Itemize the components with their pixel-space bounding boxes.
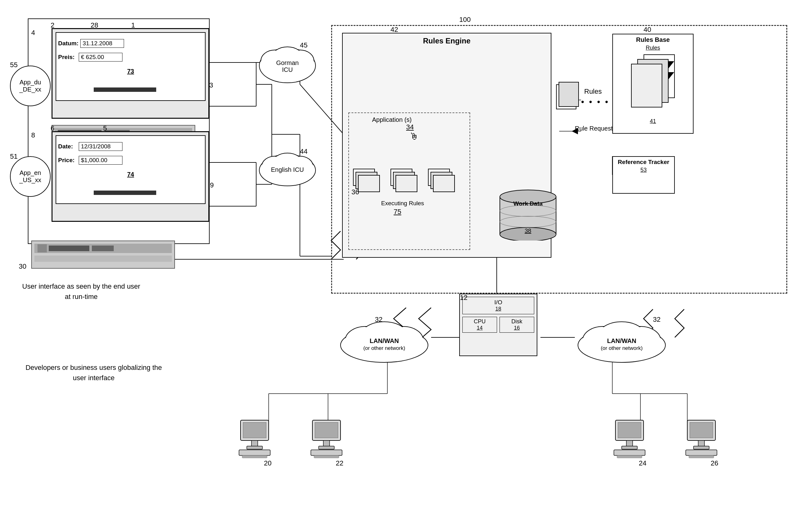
english-icu-cloud: English ICU [256,147,319,191]
workstation-22: 22 [309,419,344,467]
cpu-label: CPU [464,318,496,325]
label-26: 26 [711,459,718,467]
svg-rect-87 [243,422,266,438]
label-9: 9 [210,181,214,189]
svg-rect-94 [323,440,330,447]
workstation-20: 20 [237,419,272,467]
svg-rect-95 [319,446,334,449]
svg-rect-90 [239,450,270,455]
screen-en-box: Date: 12/31/2008 Price: $1,000.00 74 [52,131,209,222]
rules-base-sub: Rules [646,45,660,51]
svg-text:Work Data: Work Data [513,200,543,207]
app-en-line2: _US_xx [19,176,41,184]
rules-engine-label: Rules Engine [423,37,471,45]
svg-rect-93 [315,422,338,438]
label-75: 75 [394,208,401,216]
app-de-line2: _DE_xx [19,86,41,93]
label-4: 4 [31,29,35,37]
svg-rect-88 [251,440,258,447]
app-de-circle: App_du _DE_xx [10,65,51,106]
io-label: I/O [464,299,532,306]
preis-value: € 625.00 [79,53,122,61]
label-22: 22 [336,459,343,467]
svg-rect-103 [617,455,642,458]
label-44: 44 [300,148,307,156]
label-32-right: 32 [653,316,660,324]
rules-num-label: 41 [650,118,656,125]
label-24: 24 [639,459,646,467]
cursor-icon: 🖰 [409,131,419,142]
rules-arrow-label: Rules [584,88,602,96]
svg-rect-96 [311,450,342,455]
svg-rect-107 [693,446,709,449]
server-box: I/O 18 CPU 14 Disk 16 [459,293,537,356]
svg-text:Gorman: Gorman [276,59,299,66]
svg-text:ICU: ICU [282,66,293,73]
rule-requests-label: Rule Requests [575,125,616,132]
svg-rect-109 [689,455,714,458]
svg-rect-102 [614,450,645,455]
screen-en-button [94,191,156,195]
svg-text:English ICU: English ICU [271,166,304,173]
date-value: 12/31/2008 [79,142,122,151]
label-51: 51 [10,152,18,160]
end-user-description: User interface as seen by the end user a… [19,281,144,302]
label-55: 55 [10,61,18,69]
disk-label: Disk [501,318,533,325]
label-8: 8 [31,131,35,139]
svg-text:38: 38 [524,227,531,234]
label-3: 3 [209,81,213,89]
date-label: Date: [58,143,77,150]
screen-de-button [94,88,156,92]
svg-text:LAN/WAN: LAN/WAN [369,337,399,344]
label-30: 30 [19,262,26,270]
executing-rules-label: Executing Rules [381,200,424,207]
app-en-circle: App_en _US_xx [10,156,51,197]
label-app-num: 34 [406,123,414,131]
disk-num: 16 [501,325,533,331]
ref-tracker-label: Reference Tracker [618,159,670,166]
svg-rect-97 [314,455,339,458]
queue-pages [556,78,581,116]
screen-de-num: 73 [127,68,134,75]
io-num: 18 [464,306,532,312]
svg-rect-89 [247,446,263,449]
developers-description: Developers or business users globalizing… [19,362,169,383]
app-en-line1: App_en [19,169,41,176]
svg-rect-100 [626,440,633,447]
datum-label: Datum: [58,40,78,47]
gorman-icu-cloud: Gorman ICU [256,41,319,88]
work-data-cylinder: Work Data 38 [497,187,559,241]
svg-text:(or other network): (or other network) [363,345,405,351]
label-45: 45 [300,41,307,49]
svg-rect-99 [618,422,641,438]
cpu-num: 14 [464,325,496,331]
keyboard-bottom [31,241,175,269]
label-40: 40 [644,25,651,34]
rules-base-box: Rules Base Rules 41 [612,34,693,134]
label-12: 12 [460,293,467,302]
svg-text:LAN/WAN: LAN/WAN [607,337,636,344]
svg-rect-108 [686,450,717,455]
application-label: Application (s) [370,116,414,124]
workstation-26: 26 [684,419,718,467]
label-32-left: 32 [375,316,382,324]
price-value: $1,000.00 [79,156,122,165]
ref-tracker-num: 53 [640,167,647,173]
queue-dots: • • • • [581,97,610,107]
rules-base-label: Rules Base [636,36,670,43]
lan-wan-left-cloud: LAN/WAN (or other network) [338,316,431,365]
screen-de-box: Datum: 31.12.2008 Preis: € 625.00 73 [52,28,209,119]
svg-text:(or other network): (or other network) [601,345,642,351]
svg-rect-91 [242,455,267,458]
preis-label: Preis: [58,54,77,61]
workstation-24: 24 [612,419,647,467]
price-label: Price: [58,157,77,164]
screen-en-num: 74 [127,171,134,178]
svg-rect-106 [698,440,705,447]
datum-value: 31.12.2008 [80,39,124,48]
reference-tracker-box: Reference Tracker 53 [612,156,675,194]
diagram-container: 100 App_du _DE_xx 55 App_en _US_xx 51 2 … [0,0,806,532]
label-100: 100 [459,16,471,24]
app-de-line1: App_du [19,79,41,86]
